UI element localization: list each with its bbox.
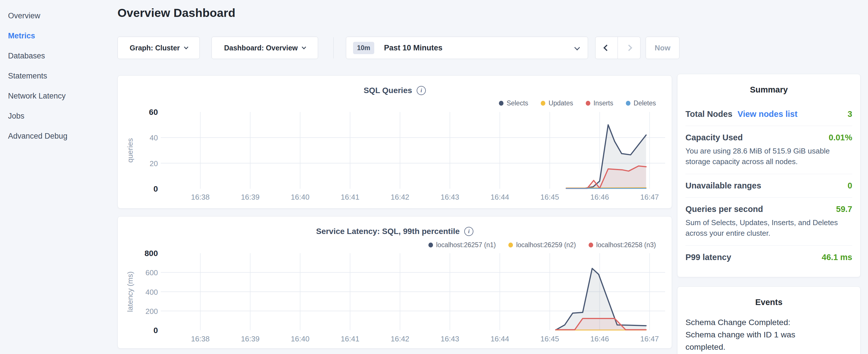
divider [685, 246, 852, 246]
svg-text:16:39: 16:39 [241, 334, 260, 343]
svg-text:16:40: 16:40 [291, 334, 309, 343]
chevron-right-icon [626, 45, 632, 51]
svg-text:16:44: 16:44 [491, 193, 509, 201]
time-forward-button[interactable] [618, 37, 641, 59]
summary-value: 3 [848, 109, 852, 119]
svg-text:16:38: 16:38 [191, 334, 210, 343]
time-step-buttons [595, 37, 641, 59]
time-back-button[interactable] [595, 37, 618, 59]
summary-description: Sum of Selects, Updates, Inserts, and De… [685, 217, 854, 238]
divider [685, 126, 852, 126]
summary-value: 0.01% [829, 133, 852, 142]
chevron-down-icon [184, 45, 188, 49]
graph-dropdown-label: Graph: Cluster [129, 44, 180, 52]
sidebar-item-statements[interactable]: Statements [8, 66, 115, 86]
summary-row-capacity-used: Capacity Used 0.01% [685, 133, 852, 142]
sql-queries-chart[interactable]: 16:3816:3916:4016:4116:4216:4316:4416:45… [118, 75, 672, 209]
chevron-down-icon [302, 45, 306, 49]
time-range-badge: 10m [353, 42, 374, 54]
event-message[interactable]: Schema Change Completed: Schema change w… [685, 316, 820, 353]
now-button[interactable]: Now [646, 37, 679, 59]
summary-label: Unavailable ranges [685, 181, 761, 190]
summary-value: 59.7 [836, 204, 852, 214]
dashboard-dropdown[interactable]: Dashboard: Overview [212, 37, 318, 59]
summary-panel: Summary Total Nodes View nodes list 3 Ca… [677, 74, 861, 277]
divider [685, 197, 852, 198]
sidebar-item-advanced-debug[interactable]: Advanced Debug [8, 126, 115, 146]
graph-dropdown[interactable]: Graph: Cluster [118, 37, 200, 59]
sidebar-item-overview[interactable]: Overview [8, 6, 115, 26]
svg-text:16:42: 16:42 [391, 193, 409, 201]
events-panel: Events Schema Change Completed: Schema c… [677, 286, 861, 354]
chevron-down-icon [574, 45, 580, 51]
svg-text:16:47: 16:47 [640, 193, 659, 201]
svg-text:600: 600 [146, 268, 158, 277]
svg-text:16:43: 16:43 [440, 334, 459, 343]
summary-row-p99-latency: P99 latency 46.1 ms [685, 253, 852, 262]
view-nodes-list-link[interactable]: View nodes list [738, 109, 798, 119]
summary-row-unavailable-ranges: Unavailable ranges 0 [685, 181, 852, 190]
svg-text:800: 800 [145, 249, 158, 258]
dashboard-dropdown-label: Dashboard: Overview [224, 44, 298, 52]
sidebar-item-metrics[interactable]: Metrics [8, 26, 115, 46]
divider [333, 37, 334, 58]
svg-text:16:42: 16:42 [391, 334, 409, 343]
svg-text:16:44: 16:44 [491, 334, 509, 343]
svg-text:16:39: 16:39 [241, 193, 260, 201]
sidebar: Overview Metrics Databases Statements Ne… [0, 0, 115, 354]
svg-text:0: 0 [153, 326, 158, 335]
sql-queries-chart-card: SQL Queries i SelectsUpdatesInsertsDelet… [118, 75, 672, 208]
sidebar-item-network-latency[interactable]: Network Latency [8, 86, 115, 106]
summary-description: You are using 28.6 MiB of 515.9 GiB usab… [685, 146, 854, 167]
controls-bar: Graph: Cluster Dashboard: Overview 10m P… [118, 37, 672, 59]
svg-text:16:40: 16:40 [291, 193, 309, 201]
svg-text:queries: queries [126, 138, 134, 162]
time-range-label: Past 10 Minutes [384, 43, 442, 53]
svg-text:16:46: 16:46 [590, 193, 609, 201]
service-latency-chart-card: Service Latency: SQL, 99th percentile i … [118, 216, 672, 349]
summary-row-total-nodes: Total Nodes View nodes list 3 [685, 109, 852, 119]
service-latency-chart[interactable]: 16:3816:3916:4016:4116:4216:4316:4416:45… [118, 217, 672, 349]
svg-text:16:41: 16:41 [341, 193, 359, 201]
svg-text:20: 20 [150, 159, 158, 168]
divider [685, 174, 852, 174]
summary-label: Queries per second [685, 204, 763, 214]
svg-text:200: 200 [146, 307, 158, 316]
svg-text:16:38: 16:38 [191, 193, 210, 201]
summary-value: 0 [848, 181, 852, 190]
svg-text:40: 40 [150, 133, 158, 142]
svg-text:16:45: 16:45 [540, 193, 559, 201]
summary-label: Capacity Used [685, 133, 743, 142]
events-title: Events [685, 297, 852, 307]
sidebar-item-jobs[interactable]: Jobs [8, 106, 115, 126]
svg-text:60: 60 [149, 108, 158, 117]
sidebar-item-databases[interactable]: Databases [8, 46, 115, 66]
summary-row-queries-per-second: Queries per second 59.7 [685, 204, 852, 214]
svg-text:16:43: 16:43 [440, 193, 459, 201]
svg-text:16:46: 16:46 [590, 334, 609, 343]
page-title: Overview Dashboard [118, 6, 235, 20]
summary-title: Summary [685, 85, 852, 95]
svg-text:0: 0 [153, 185, 158, 193]
summary-label: Total Nodes [685, 109, 733, 119]
svg-text:400: 400 [146, 288, 158, 296]
chevron-left-icon [603, 45, 610, 51]
time-range-selector[interactable]: 10m Past 10 Minutes [346, 37, 588, 59]
svg-text:latency (ms): latency (ms) [126, 271, 134, 312]
svg-text:16:47: 16:47 [640, 334, 659, 343]
summary-value: 46.1 ms [822, 253, 852, 262]
svg-text:16:41: 16:41 [341, 334, 359, 343]
svg-text:16:45: 16:45 [540, 334, 559, 343]
summary-label: P99 latency [685, 253, 731, 262]
